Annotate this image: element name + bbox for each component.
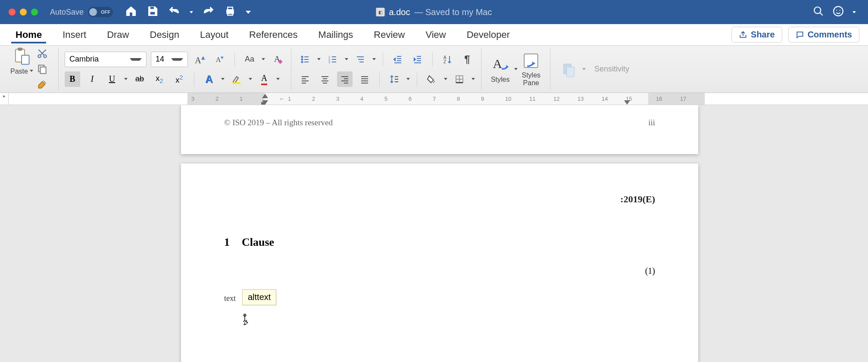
highlight-dropdown[interactable] (249, 78, 252, 80)
tab-view[interactable]: View (415, 24, 456, 45)
svg-rect-29 (567, 67, 575, 77)
autosave-toggle[interactable]: AutoSave OFF (50, 7, 113, 17)
strikethrough-button[interactable]: ab (132, 71, 147, 87)
align-left-icon[interactable] (297, 71, 313, 87)
smiley-icon[interactable] (833, 6, 844, 19)
group-font: Cambria 14 A▴ A▾ Aa A◆ B I U ab x2 x2 A … (59, 48, 291, 90)
cut-icon[interactable] (37, 48, 48, 61)
home-icon[interactable] (125, 5, 137, 19)
text-effects-dropdown[interactable] (221, 78, 225, 80)
paste-button[interactable]: Paste (10, 47, 33, 75)
heading-1[interactable]: 1 Clause (224, 236, 655, 249)
tab-mailings[interactable]: Mailings (308, 24, 364, 45)
left-indent[interactable] (261, 102, 265, 105)
tab-insert[interactable]: Insert (52, 24, 97, 45)
underline-dropdown[interactable] (124, 78, 128, 80)
qat-customize[interactable] (246, 11, 251, 14)
font-name-select[interactable]: Cambria (65, 52, 147, 67)
change-case-icon[interactable]: Aa (242, 52, 257, 67)
account-dropdown[interactable] (852, 11, 856, 13)
indent-icon[interactable] (410, 52, 425, 67)
outdent-icon[interactable] (390, 52, 406, 67)
group-clipboard: Paste (0, 48, 59, 90)
highlight-icon[interactable] (229, 71, 244, 87)
sort-icon[interactable]: AZ (440, 52, 455, 67)
grow-font-icon[interactable]: A▴ (192, 52, 208, 67)
horizontal-ruler[interactable]: 3 2 1 ⌐ 1 2 3 4 5 6 7 8 9 10 11 12 13 14… (187, 93, 705, 105)
svg-point-19 (301, 61, 303, 62)
comments-button[interactable]: Comments (788, 27, 859, 43)
show-marks-icon[interactable]: ¶ (459, 52, 475, 67)
save-icon[interactable] (147, 5, 159, 19)
redo-icon[interactable] (203, 5, 215, 19)
multilevel-dropdown[interactable] (372, 58, 376, 60)
undo-icon[interactable] (168, 5, 180, 19)
svg-rect-3 (228, 7, 233, 10)
font-color-dropdown[interactable] (276, 78, 280, 80)
svg-rect-15 (41, 67, 46, 73)
svg-point-17 (301, 56, 303, 57)
doc-icon: ◧ (376, 8, 385, 16)
autosave-switch[interactable]: OFF (88, 7, 113, 17)
tab-draw[interactable]: Draw (97, 24, 139, 45)
svg-text:3: 3 (328, 61, 330, 64)
comments-label: Comments (808, 30, 852, 40)
numbering-dropdown[interactable] (345, 58, 348, 60)
page-header: :2019(E) (224, 194, 655, 205)
styles-dropdown[interactable] (514, 68, 518, 70)
font-size-select[interactable]: 14 (151, 52, 188, 67)
styles-pane-button[interactable]: StylesPane (518, 50, 545, 88)
body-text[interactable]: text (224, 294, 655, 303)
underline-button[interactable]: U (104, 71, 120, 87)
tab-layout[interactable]: Layout (190, 24, 239, 45)
italic-button[interactable]: I (84, 71, 100, 87)
change-case-dropdown[interactable] (262, 58, 265, 60)
line-spacing-dropdown[interactable] (406, 78, 410, 80)
numbering-icon[interactable]: 123 (325, 52, 340, 67)
svg-rect-1 (150, 12, 155, 15)
minimize-window[interactable] (20, 9, 27, 15)
align-right-icon[interactable] (337, 71, 353, 87)
text-effects-icon[interactable]: A (201, 71, 217, 87)
align-center-icon[interactable] (317, 71, 333, 87)
close-window[interactable] (9, 9, 16, 15)
borders-dropdown[interactable] (471, 78, 475, 80)
copy-icon[interactable] (37, 63, 48, 76)
tab-design[interactable]: Design (140, 24, 190, 45)
sensitivity-button[interactable] (556, 59, 582, 80)
styles-button[interactable]: A Styles (487, 53, 514, 85)
font-color-icon[interactable]: A (256, 71, 272, 87)
search-icon[interactable] (813, 6, 824, 19)
shrink-font-icon[interactable]: A▾ (212, 52, 228, 67)
tab-review[interactable]: Review (363, 24, 415, 45)
line-spacing-icon[interactable] (387, 71, 402, 87)
tab-references[interactable]: References (239, 24, 308, 45)
first-line-indent[interactable] (262, 94, 268, 98)
print-icon[interactable] (224, 5, 236, 19)
right-indent[interactable] (624, 100, 630, 105)
tab-home[interactable]: Home (5, 24, 52, 45)
page-previous-bottom[interactable]: © ISO 2019 – All rights reserved iii (181, 105, 698, 154)
maximize-window[interactable] (31, 9, 38, 15)
shading-icon[interactable] (424, 71, 440, 87)
share-button[interactable]: Share (731, 27, 782, 43)
svg-rect-0 (150, 7, 154, 9)
tab-developer[interactable]: Developer (456, 24, 520, 45)
vertical-ruler-toggle[interactable]: ▸ (0, 93, 9, 105)
shading-dropdown[interactable] (444, 78, 447, 80)
clear-formatting-icon[interactable]: A◆ (269, 52, 285, 67)
superscript-button[interactable]: x2 (172, 71, 187, 87)
justify-icon[interactable] (357, 71, 372, 87)
bullets-dropdown[interactable] (317, 58, 321, 60)
styles-label: Styles (491, 76, 510, 84)
subscript-button[interactable]: x2 (152, 71, 167, 87)
bullets-icon[interactable] (297, 52, 313, 67)
format-painter-icon[interactable] (37, 79, 48, 92)
multilevel-icon[interactable] (353, 52, 368, 67)
page-current[interactable]: :2019(E) 1 Clause (1) alttext text (181, 164, 698, 362)
undo-dropdown[interactable] (190, 11, 193, 13)
borders-icon[interactable] (452, 71, 467, 87)
bold-button[interactable]: B (65, 71, 80, 87)
document-area[interactable]: © ISO 2019 – All rights reserved iii :20… (0, 105, 868, 362)
sensitivity-dropdown[interactable] (582, 68, 586, 70)
